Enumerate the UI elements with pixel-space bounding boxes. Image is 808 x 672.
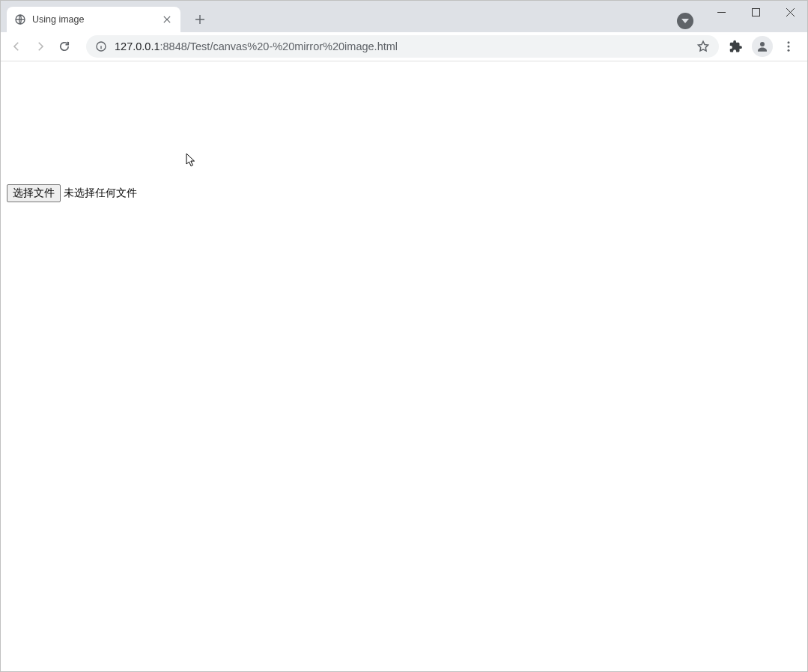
bookmark-star-icon[interactable] <box>696 40 710 53</box>
globe-icon <box>14 13 26 25</box>
close-window-button[interactable] <box>773 1 807 23</box>
svg-rect-1 <box>752 8 759 16</box>
url-host: 127.0.0.1 <box>115 40 160 52</box>
svg-point-5 <box>760 42 765 46</box>
browser-toolbar: 127.0.0.1:8848/Test/canvas%20-%20mirror%… <box>1 32 807 61</box>
canvas-placeholder <box>7 67 801 181</box>
site-info-icon[interactable] <box>95 40 107 52</box>
kebab-menu-icon[interactable] <box>777 35 800 58</box>
svg-point-8 <box>788 49 790 52</box>
reload-button[interactable] <box>53 35 76 58</box>
page-content: 选择文件 未选择任何文件 <box>1 61 807 672</box>
extensions-icon[interactable] <box>725 35 747 58</box>
address-bar[interactable]: 127.0.0.1:8848/Test/canvas%20-%20mirror%… <box>86 35 719 58</box>
choose-file-button[interactable]: 选择文件 <box>7 184 61 202</box>
svg-point-7 <box>788 46 790 48</box>
account-dropdown-icon[interactable] <box>677 13 693 29</box>
file-input-row: 选择文件 未选择任何文件 <box>7 184 801 202</box>
close-tab-icon[interactable] <box>161 13 173 25</box>
url-path: /Test/canvas%20-%20mirror%20image.html <box>187 40 398 52</box>
profile-avatar-icon[interactable] <box>752 36 773 57</box>
url-port: :8848 <box>160 40 186 52</box>
new-tab-button[interactable] <box>189 9 210 30</box>
maximize-button[interactable] <box>738 1 773 23</box>
window-controls <box>704 1 807 26</box>
browser-tab[interactable]: Using image <box>7 7 180 32</box>
toolbar-right <box>725 35 803 58</box>
file-status-text: 未选择任何文件 <box>64 187 137 200</box>
browser-titlebar: Using image <box>1 1 807 32</box>
minimize-button[interactable] <box>704 1 738 23</box>
back-button[interactable] <box>5 35 28 58</box>
url-text: 127.0.0.1:8848/Test/canvas%20-%20mirror%… <box>115 40 689 52</box>
tab-title: Using image <box>32 14 161 25</box>
svg-point-6 <box>788 41 790 43</box>
forward-button[interactable] <box>29 35 52 58</box>
